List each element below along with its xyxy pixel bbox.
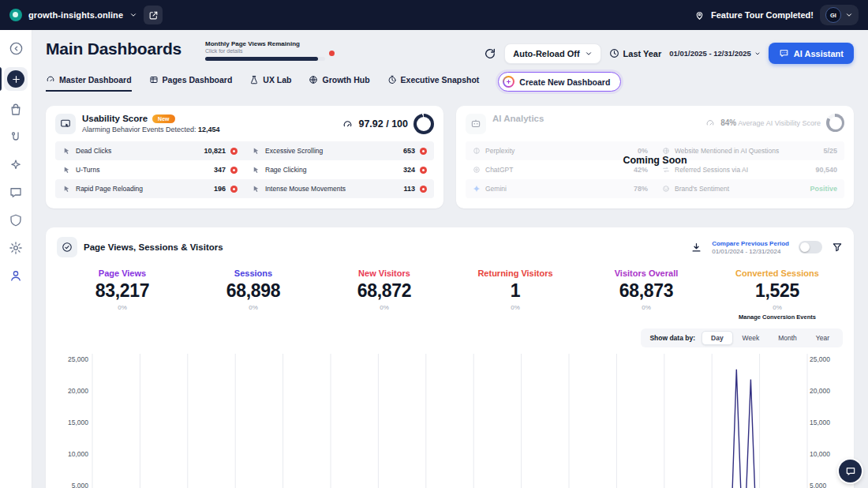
tab-executive-snapshot[interactable]: Executive Snapshot (387, 75, 480, 92)
pageviews-quota-widget[interactable]: Monthly Page Views Remaining Click for d… (205, 40, 325, 61)
usability-subtitle: Alarming Behavior Events Detected: 12,45… (82, 126, 220, 133)
granularity-day-button[interactable]: Day (702, 331, 733, 345)
metrics-row: Page Views 83,217 0% Sessions 68,898 0% … (57, 268, 843, 321)
download-icon[interactable] (690, 242, 702, 253)
tab-growth-hub[interactable]: Growth Hub (309, 75, 369, 92)
flask-icon (249, 75, 259, 84)
chart-yaxis-right: 25,00020,00015,00010,0005,000 (808, 354, 843, 488)
list-item[interactable]: U-Turns 347 (55, 160, 245, 179)
granularity-month-button[interactable]: Month (769, 331, 806, 345)
live-chat-button[interactable] (839, 460, 862, 482)
metric-page-views[interactable]: Page Views 83,217 0% (57, 268, 188, 321)
list-item[interactable]: Excessive Scrolling 653 (245, 141, 434, 160)
metric-sessions[interactable]: Sessions 68,898 0% (188, 268, 319, 321)
metric-new-visitors[interactable]: New Visitors 68,872 0% (319, 268, 450, 321)
tab-ux-lab[interactable]: UX Lab (249, 75, 291, 92)
coming-soon-overlay: Coming Soon (456, 155, 854, 166)
external-link-icon (148, 10, 159, 21)
list-item[interactable]: Rapid Page Reloading 196 (55, 179, 245, 198)
list-row: Dead Clicks 10,821 Excessive Scrolling 6… (55, 141, 434, 160)
metric-returning-visitors[interactable]: Returning Visitors 1 0% (450, 268, 581, 321)
metric-visitors-overall[interactable]: Visitors Overall 68,873 0% (581, 268, 712, 321)
tab-pages-dashboard[interactable]: Pages Dashboard (149, 75, 233, 92)
date-range-selector[interactable]: 01/01/2025 - 12/31/2025 (669, 49, 761, 58)
overview-title: Page Views, Sessions & Visitors (84, 242, 223, 252)
alert-dot-icon (420, 167, 427, 174)
metric-value: 83,217 (57, 280, 188, 302)
refresh-icon[interactable] (484, 47, 496, 60)
line-chart[interactable]: 25,00020,00015,00010,0005,000 25,00020,0… (57, 354, 843, 488)
feature-tour-status[interactable]: Feature Tour Completed! (711, 10, 814, 20)
y-axis-tick: 10,000 (810, 450, 830, 458)
create-new-dashboard-button[interactable]: Create New Dashboard (498, 72, 621, 92)
chevron-down-icon[interactable] (129, 11, 137, 19)
support-person-icon (9, 268, 23, 283)
cursor-icon (62, 185, 71, 193)
usability-subtitle-label: Alarming Behavior Events Detected: (82, 126, 196, 133)
y-axis-tick: 5,000 (810, 482, 826, 488)
ai-metric-label: Brand's Sentiment (675, 185, 729, 193)
ai-metric-label: ChatGPT (485, 166, 513, 174)
page-header: Main Dashboards Monthly Page Views Remai… (46, 39, 854, 64)
alert-dot-icon (420, 186, 427, 193)
metric-converted-sessions[interactable]: Converted Sessions 1,525 0% Manage Conve… (712, 268, 843, 321)
list-item[interactable]: Rage Clicking 324 (245, 160, 434, 179)
granularity-week-button[interactable]: Week (733, 331, 769, 345)
metric-label: Page Views (57, 268, 188, 278)
ai-chat-icon (779, 48, 789, 58)
ai-metric-label: Referred Sessions via AI (675, 166, 748, 174)
tab-label: UX Lab (263, 75, 291, 84)
event-label: Intense Mouse Movements (265, 185, 346, 193)
metric-value: 1 (450, 280, 581, 302)
sidebar-collapse-icon[interactable] (7, 39, 24, 57)
event-label: Rage Clicking (265, 166, 306, 174)
sidebar-item-security[interactable] (7, 212, 24, 229)
chart-plot[interactable] (92, 354, 808, 488)
compare-toggle[interactable] (799, 241, 822, 253)
sentiment-icon (662, 185, 670, 193)
perplexity-icon (473, 147, 481, 155)
sparkle-icon (9, 158, 23, 172)
overview-card-icon (57, 237, 77, 257)
sidebar-item-ai-features[interactable] (7, 156, 24, 174)
ai-score-text: 84% Average AI Visibility Score (720, 118, 821, 127)
metric-label: Converted Sessions (712, 268, 843, 278)
sidebar-item-settings[interactable] (7, 239, 24, 257)
ai-card-icon (466, 114, 486, 134)
filter-icon[interactable] (832, 242, 843, 253)
tab-label: Growth Hub (322, 75, 369, 84)
sidebar-item-feedback[interactable] (7, 184, 24, 201)
metric-value: 1,525 (712, 280, 843, 302)
account-menu[interactable]: GI (820, 5, 859, 25)
sidebar-item-support[interactable] (7, 267, 24, 284)
shopping-bag-icon (9, 103, 23, 117)
event-label: Excessive Scrolling (265, 147, 323, 155)
y-axis-tick: 10,000 (68, 450, 88, 458)
metric-delta: 0% (450, 304, 581, 311)
period-selector[interactable]: Last Year (609, 48, 662, 58)
usability-card-icon (55, 114, 76, 134)
auto-reload-dropdown[interactable]: Auto-Reload Off (504, 43, 600, 64)
list-item[interactable]: Dead Clicks 10,821 (55, 141, 245, 160)
granularity-switcher: Show data by: Day Week Month Year (641, 328, 843, 347)
metric-delta: 0% (581, 304, 712, 311)
manage-conversion-events-link[interactable]: Manage Conversion Events (712, 313, 843, 321)
open-site-button[interactable] (144, 6, 163, 24)
location-pin-icon (694, 10, 705, 21)
sidebar-item-dashboards[interactable] (4, 67, 28, 91)
ai-metric-value: 90,540 (815, 166, 837, 174)
sidebar-item-journeys[interactable] (7, 129, 24, 146)
ai-assistant-button[interactable]: AI Assistant (769, 43, 854, 64)
event-value: 196 (214, 185, 226, 193)
y-axis-tick: 25,000 (810, 355, 830, 363)
ai-score-ring (826, 114, 844, 132)
ai-score-value: 84% (720, 118, 736, 127)
quota-subtitle[interactable]: Click for details (205, 48, 325, 54)
dashboards-icon (7, 70, 24, 88)
granularity-year-button[interactable]: Year (806, 331, 839, 345)
chat-bubble-icon (845, 466, 856, 477)
site-name[interactable]: growth-insights.online (28, 10, 123, 20)
sidebar-item-ecommerce[interactable] (7, 101, 24, 118)
tab-master-dashboard[interactable]: Master Dashboard (46, 75, 132, 92)
list-item[interactable]: Intense Mouse Movements 113 (245, 179, 434, 198)
